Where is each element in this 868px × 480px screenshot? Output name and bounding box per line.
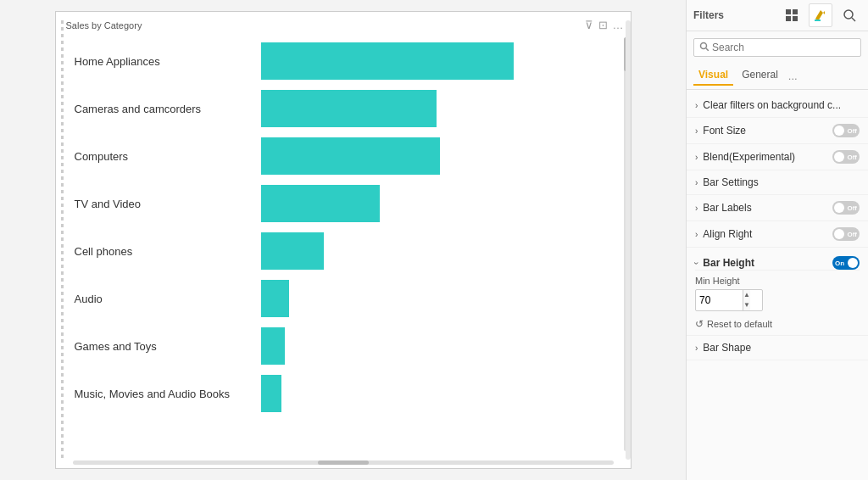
- table-icon-tab[interactable]: [780, 3, 804, 27]
- setting-chevron-5: ›: [695, 230, 698, 239]
- bar-track[interactable]: [261, 137, 612, 175]
- bar-fill: [261, 280, 289, 317]
- bar-height-section: › Bar Height On Min Height ▲ ▼ ↺ Reset t…: [687, 251, 868, 336]
- bar-label: Computers: [75, 150, 261, 163]
- filters-label: Filters: [693, 9, 724, 21]
- min-height-input[interactable]: [696, 294, 743, 306]
- toggle-knob-2: [834, 152, 844, 162]
- bar-fill: [261, 42, 514, 80]
- tab-more-icon[interactable]: ...: [788, 70, 798, 82]
- bar-shape-label: Bar Shape: [703, 342, 860, 354]
- search-box: [693, 38, 861, 57]
- chart-title: Sales by Category: [66, 20, 620, 31]
- setting-row-5[interactable]: ›Align RightOff: [687, 221, 868, 248]
- setting-row-3[interactable]: ›Bar Settings: [687, 170, 868, 195]
- bar-height-toggle[interactable]: On: [832, 256, 860, 270]
- bar-label: Home Appliances: [75, 55, 261, 68]
- bar-row: Audio: [75, 275, 612, 322]
- bar-label: Cameras and camcorders: [75, 103, 261, 115]
- right-panel: Filters Visual General ... ›Clear filter…: [686, 0, 868, 480]
- bar-row: Cell phones: [75, 227, 612, 275]
- min-height-input-row: ▲ ▼: [695, 289, 763, 311]
- bar-track[interactable]: [261, 280, 612, 317]
- toggle-knob: [848, 258, 858, 268]
- min-height-label: Min Height: [695, 276, 860, 286]
- toggle-text-2: Off: [847, 153, 857, 161]
- toggle-knob-4: [834, 203, 844, 213]
- expand-icon[interactable]: ⊡: [598, 19, 608, 31]
- setting-row-4[interactable]: ›Bar LabelsOff: [687, 195, 868, 221]
- setting-row-0[interactable]: ›Clear filters on background c...: [687, 93, 868, 118]
- bar-height-header[interactable]: › Bar Height On: [695, 256, 860, 271]
- bar-label: Cell phones: [75, 245, 261, 258]
- bar-label: TV and Video: [75, 198, 261, 210]
- bar-track[interactable]: [261, 90, 612, 127]
- setting-row-2[interactable]: ›Blend(Experimental)Off: [687, 144, 868, 170]
- bar-row: Music, Movies and Audio Books: [75, 370, 612, 417]
- reset-icon: ↺: [695, 318, 704, 330]
- bar-track[interactable]: [261, 42, 612, 80]
- svg-rect-3: [793, 16, 798, 21]
- tab-visual[interactable]: Visual: [693, 65, 733, 86]
- toggle-5[interactable]: Off: [832, 227, 860, 241]
- chart-left-border: [61, 20, 64, 460]
- bar-track[interactable]: [261, 185, 612, 222]
- bar-row: TV and Video: [75, 180, 612, 227]
- bar-label: Games and Toys: [75, 340, 261, 353]
- setting-chevron-1: ›: [695, 126, 698, 136]
- bar-height-label: Bar Height: [703, 257, 832, 269]
- bar-row: Home Appliances: [75, 37, 612, 85]
- settings-list: ›Clear filters on background c...›Font S…: [687, 90, 868, 251]
- toggle-4[interactable]: Off: [832, 201, 860, 215]
- toggle-text-4: Off: [847, 204, 857, 212]
- analytics-icon-tab[interactable]: [837, 3, 861, 27]
- bar-track[interactable]: [261, 232, 612, 270]
- setting-label-0: Clear filters on background c...: [703, 99, 860, 111]
- setting-label-3: Bar Settings: [703, 176, 860, 188]
- bar-fill: [261, 137, 440, 175]
- toggle-1[interactable]: Off: [832, 124, 860, 137]
- svg-rect-2: [786, 16, 791, 21]
- setting-chevron-0: ›: [695, 101, 698, 110]
- setting-chevron-3: ›: [695, 178, 698, 187]
- chart-scrollbar-vertical[interactable]: [624, 37, 628, 451]
- bar-height-chevron: ›: [692, 261, 701, 264]
- setting-label-5: Align Right: [703, 228, 832, 240]
- bar-label: Music, Movies and Audio Books: [75, 388, 261, 400]
- reset-label: Reset to default: [707, 319, 772, 329]
- svg-line-6: [852, 18, 855, 21]
- paint-icon-tab[interactable]: [809, 3, 832, 27]
- stepper-up[interactable]: ▲: [743, 290, 750, 300]
- reset-to-default[interactable]: ↺ Reset to default: [695, 318, 860, 330]
- setting-label-2: Blend(Experimental): [703, 151, 832, 163]
- svg-line-8: [706, 48, 709, 51]
- setting-row-1[interactable]: ›Font SizeOff: [687, 118, 868, 144]
- bar-track[interactable]: [261, 327, 612, 365]
- stepper-down[interactable]: ▼: [743, 300, 750, 310]
- bar-fill: [261, 375, 282, 412]
- scrollbar-thumb-vertical: [624, 37, 628, 71]
- svg-rect-1: [793, 9, 798, 14]
- svg-point-7: [701, 43, 707, 49]
- chart-scrollbar-horizontal[interactable]: [73, 460, 614, 465]
- setting-chevron-2: ›: [695, 153, 698, 162]
- setting-label-4: Bar Labels: [703, 202, 832, 214]
- filter-icon[interactable]: ⊽: [585, 19, 593, 31]
- chart-container: Sales by Category ⊽ ⊡ … Home AppliancesC…: [55, 11, 632, 469]
- bar-row: Computers: [75, 132, 612, 180]
- bar-shape-row[interactable]: › Bar Shape: [687, 336, 868, 360]
- bar-track[interactable]: [261, 375, 612, 412]
- tab-general[interactable]: General: [737, 65, 783, 86]
- bar-shape-chevron: ›: [695, 343, 698, 353]
- search-icon: [699, 42, 709, 53]
- bar-chart: Home AppliancesCameras and camcordersCom…: [66, 37, 620, 417]
- more-icon[interactable]: …: [613, 19, 624, 31]
- search-input[interactable]: [712, 42, 855, 53]
- toggle-knob-1: [834, 126, 844, 136]
- toggle-text-5: Off: [847, 231, 857, 238]
- setting-chevron-4: ›: [695, 204, 698, 213]
- bar-label: Audio: [75, 293, 261, 305]
- toggle-2[interactable]: Off: [832, 150, 860, 164]
- scrollbar-thumb-horizontal: [318, 460, 369, 465]
- visual-general-tabs: Visual General ...: [687, 62, 868, 90]
